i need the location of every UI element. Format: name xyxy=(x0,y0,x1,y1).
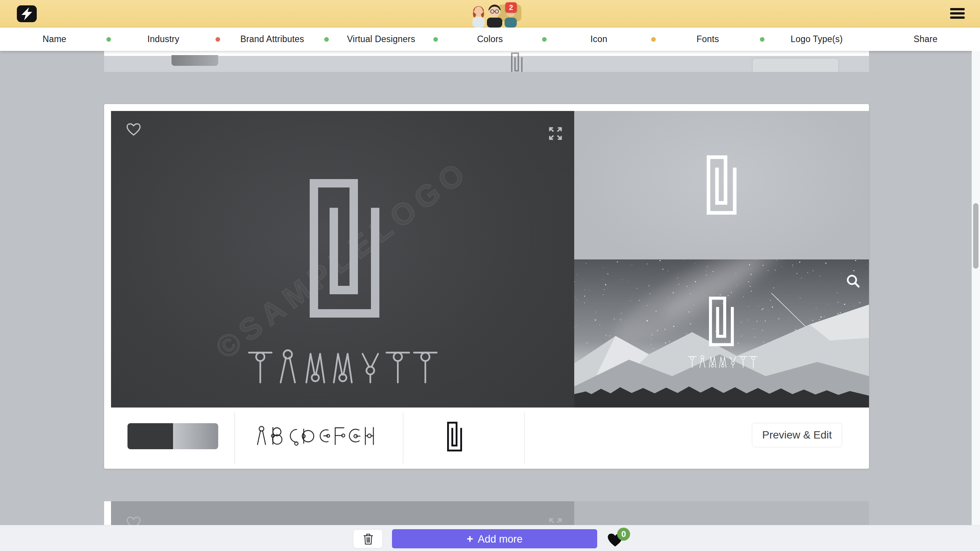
favorite-heart-icon[interactable] xyxy=(126,123,141,136)
squadhelp-logo-icon[interactable] xyxy=(17,5,37,22)
strip-divider xyxy=(524,412,525,464)
stepper-item-virtual-designers[interactable]: Virtual Designers xyxy=(327,28,435,51)
logo-card: ©SAMPLELOGO xyxy=(104,104,869,469)
previous-logo-card-partial xyxy=(104,51,869,72)
stepper-item-industry[interactable]: Industry xyxy=(109,28,217,51)
gradient-color xyxy=(173,423,218,449)
brand-logo-mark-white xyxy=(707,155,737,216)
bottom-action-bar: +Add more 0 xyxy=(0,525,980,551)
brand-font-sample[interactable] xyxy=(254,425,377,448)
stepper-item-name[interactable]: Name xyxy=(0,28,109,51)
add-more-button[interactable]: +Add more xyxy=(392,529,597,548)
stepper-label: Logo Type(s) xyxy=(791,34,843,44)
stepper-item-icon[interactable]: Icon xyxy=(544,28,653,51)
logo-photo-mockup-panel[interactable] xyxy=(574,259,869,408)
brand-color-swatch[interactable] xyxy=(127,423,218,449)
stepper-label: Share xyxy=(914,34,938,44)
logo-builder-page: 2 NameIndustryBrand AttributesVirtual De… xyxy=(0,0,980,551)
stepper-item-colors[interactable]: Colors xyxy=(436,28,544,51)
favorites-counter[interactable]: 0 xyxy=(607,528,634,549)
logo-preview-panel[interactable]: ©SAMPLELOGO xyxy=(111,111,574,408)
stepper-label: Fonts xyxy=(697,34,719,44)
stepper-item-share[interactable]: Share xyxy=(871,28,980,51)
stepper-label: Colors xyxy=(477,34,503,44)
stepper-item-logo-type-s[interactable]: Logo Type(s) xyxy=(762,28,871,51)
brand-wordmark-on-photo xyxy=(687,355,758,370)
stepper-item-fonts[interactable]: Fonts xyxy=(653,28,762,51)
preview-edit-button[interactable]: Preview & Edit xyxy=(752,423,842,447)
stepper-label: Virtual Designers xyxy=(347,34,415,44)
previous-card-preview-button xyxy=(752,58,839,72)
delete-button[interactable] xyxy=(353,529,383,548)
stepper-label: Industry xyxy=(147,34,179,44)
previous-card-logo-icon xyxy=(511,52,523,72)
magnifier-zoom-icon[interactable] xyxy=(845,273,861,289)
previous-card-color-swatch xyxy=(172,55,218,66)
strip-divider xyxy=(234,412,235,464)
strip-divider xyxy=(403,412,403,464)
brand-wordmark xyxy=(247,348,439,388)
fullscreen-expand-icon[interactable] xyxy=(548,126,563,141)
brand-logo-mark xyxy=(310,179,379,319)
plus-icon: + xyxy=(467,533,473,545)
primary-color xyxy=(127,423,173,449)
hamburger-menu-icon[interactable] xyxy=(950,8,965,20)
progress-stepper: NameIndustryBrand AttributesVirtual Desi… xyxy=(0,28,980,51)
brand-logo-mark-on-photo xyxy=(709,297,734,348)
stepper-item-brand-attributes[interactable]: Brand Attributes xyxy=(218,28,327,51)
stepper-label: Icon xyxy=(590,34,607,44)
virtual-designers-avatars[interactable] xyxy=(468,1,526,28)
top-bar: 2 xyxy=(0,0,980,28)
scrollbar-thumb[interactable] xyxy=(973,203,978,269)
favorites-count-badge: 0 xyxy=(617,528,630,541)
brand-icon-thumbnail[interactable] xyxy=(447,422,462,453)
scrollbar-track[interactable] xyxy=(972,51,980,551)
trash-icon xyxy=(363,533,373,545)
stepper-label: Name xyxy=(42,34,66,44)
add-more-label: Add more xyxy=(478,533,523,545)
logo-light-preview-panel[interactable] xyxy=(574,111,869,259)
stepper-label: Brand Attributes xyxy=(240,34,304,44)
notification-badge[interactable]: 2 xyxy=(505,2,517,13)
